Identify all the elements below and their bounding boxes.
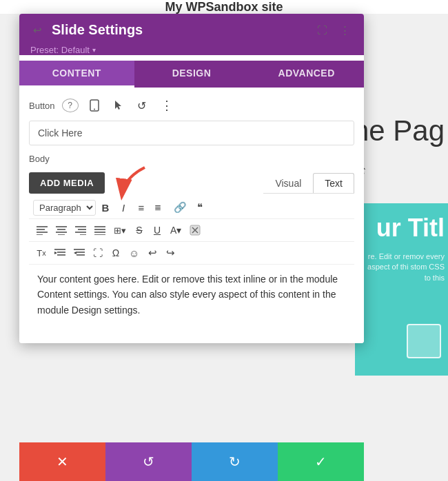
align-center-button[interactable]	[52, 222, 70, 238]
button-more-options[interactable]: ⋮	[157, 97, 176, 114]
panel-header-top: ↩ Slide Settings ⛶ ⋮	[30, 22, 353, 38]
preset-label: Preset: Default	[30, 45, 90, 55]
slide-settings-panel: ↩ Slide Settings ⛶ ⋮ Preset: Default ▾ C…	[19, 14, 364, 343]
svg-point-2	[94, 109, 95, 110]
button-text-input[interactable]	[38, 127, 345, 139]
preset-arrow: ▾	[92, 46, 96, 54]
back-button[interactable]: ↩	[30, 23, 45, 38]
reset-button[interactable]: ↺	[134, 97, 150, 114]
strikethrough-button[interactable]: S	[131, 222, 147, 238]
tab-content[interactable]: Content	[19, 61, 134, 88]
cancel-button[interactable]: ✕	[19, 442, 105, 481]
emoji-button[interactable]: ☺	[125, 245, 143, 261]
media-tab-row: ADD MEDIA Visual Text	[29, 170, 354, 196]
font-color-button[interactable]: A▾	[167, 222, 185, 238]
toolbar-row-1: Paragraph Heading 1 Heading 2 Heading 3 …	[29, 196, 354, 219]
bg-page-text: ne Pag	[353, 114, 445, 148]
bg-teal-title: ur Titl	[376, 214, 445, 243]
link-button[interactable]: 🔗	[170, 199, 190, 216]
page-title-bar: My WPSandbox site	[0, 0, 448, 14]
button-input-wrapper	[29, 121, 354, 145]
clear-formatting-button[interactable]	[186, 222, 204, 238]
indent-button[interactable]	[51, 245, 69, 261]
editor-redo-button[interactable]: ↪	[162, 245, 179, 261]
align-justify-button[interactable]	[91, 222, 109, 238]
tab-advanced[interactable]: Advanced	[249, 61, 364, 88]
svg-text:≣: ≣	[154, 203, 161, 212]
editor-text: Your content goes here. Edit or remove t…	[37, 274, 338, 316]
editor-content-area[interactable]: Your content goes here. Edit or remove t…	[29, 265, 354, 334]
panel-header-right: ⛶ ⋮	[314, 23, 353, 38]
underline-button[interactable]: U	[149, 222, 165, 238]
bg-teal-body: re. Edit or remov every aspect of thi st…	[362, 252, 445, 283]
redo-button[interactable]: ↻	[192, 442, 278, 481]
panel-header-left: ↩ Slide Settings	[30, 22, 143, 38]
tab-design[interactable]: Design	[134, 61, 250, 88]
button-section-header: Button ? ↺ ⋮	[29, 97, 354, 114]
paragraph-select[interactable]: Paragraph Heading 1 Heading 2 Heading 3	[33, 200, 96, 216]
site-title: My WPSandbox site	[165, 0, 283, 14]
mobile-preview-button[interactable]	[85, 97, 103, 114]
editor-undo-button[interactable]: ↩	[144, 245, 161, 261]
save-button[interactable]: ✓	[278, 442, 364, 481]
preset-line[interactable]: Preset: Default ▾	[30, 45, 353, 55]
tab-text[interactable]: Text	[313, 173, 354, 193]
blockquote-button[interactable]: ❝	[192, 199, 208, 216]
more-options-button[interactable]: ⋮	[337, 23, 353, 38]
editor-tabs: Visual Text	[263, 173, 354, 194]
panel-body: Button ? ↺ ⋮ Body ADD MEDIA	[19, 88, 364, 343]
arrow-indicator	[107, 164, 148, 205]
tab-bar: Content Design Advanced	[19, 61, 364, 88]
table-button[interactable]: ⊞▾	[110, 222, 130, 238]
outdent-button[interactable]	[70, 245, 88, 261]
panel-header: ↩ Slide Settings ⛶ ⋮ Preset: Default ▾	[19, 14, 364, 55]
help-button[interactable]: ?	[62, 99, 79, 112]
bg-white-button	[407, 324, 441, 358]
fullscreen-editor-button[interactable]: ⛶	[90, 245, 106, 261]
svg-marker-26	[54, 252, 57, 254]
undo-button[interactable]: ↺	[105, 442, 192, 481]
button-section-label: Button	[29, 101, 55, 111]
svg-marker-30	[74, 252, 77, 254]
toolbar-row-3: Tx ⛶ Ω ☺ ↩ ↪	[29, 242, 354, 265]
bottom-action-bar: ✕ ↺ ↻ ✓	[19, 442, 364, 481]
align-right-button[interactable]	[72, 222, 90, 238]
add-media-button[interactable]: ADD MEDIA	[29, 172, 105, 194]
tab-visual[interactable]: Visual	[263, 173, 313, 193]
special-chars-button[interactable]: Ω	[108, 245, 124, 261]
fullscreen-button[interactable]: ⛶	[314, 23, 330, 37]
panel-title: Slide Settings	[52, 22, 143, 38]
body-section-label: Body	[29, 154, 354, 164]
toolbar-row-2: ⊞▾ S U A▾	[29, 219, 354, 242]
align-left-button[interactable]	[33, 222, 51, 238]
subscript-button[interactable]: Tx	[33, 245, 50, 261]
pointer-button[interactable]	[110, 97, 127, 114]
